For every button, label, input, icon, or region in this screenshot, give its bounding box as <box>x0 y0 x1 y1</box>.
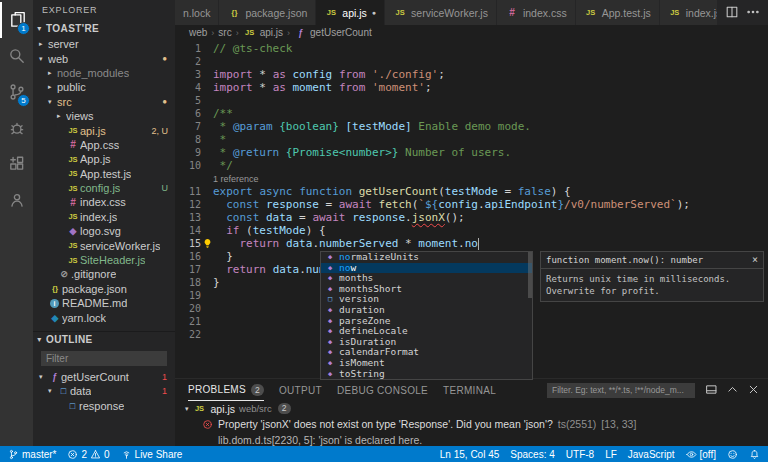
code-line-6[interactable]: 6/** <box>175 107 768 120</box>
breadcrumb-item-getusercount[interactable]: ƒgetUserCount <box>294 27 372 38</box>
suggestion-tostring[interactable]: ◆toString <box>321 369 532 380</box>
symbol-label: response <box>79 400 124 412</box>
tree-item-logo-svg[interactable]: ◆logo.svg <box>33 224 175 238</box>
suggestion-normalizeunits[interactable]: ◆normalizeUnits <box>321 252 532 263</box>
breadcrumb-item-api.js[interactable]: JSapi.js <box>243 27 283 38</box>
code-line-1[interactable]: 1// @ts-check <box>175 42 768 55</box>
tree-item--gitignore[interactable]: ⊘.gitignore <box>33 267 175 281</box>
problems-filter-input[interactable] <box>547 383 695 398</box>
status-indentation[interactable]: Spaces: 4 <box>510 449 554 460</box>
symbol-method-icon: ◆ <box>325 337 335 348</box>
close-icon[interactable]: × <box>752 255 758 265</box>
code-line-4[interactable]: 4import * as moment from 'moment'; <box>175 81 768 94</box>
panel-tab-output[interactable]: OUTPUT <box>279 379 322 401</box>
tree-item-readme-md[interactable]: iREADME.md <box>33 296 175 310</box>
outline-filter-input[interactable] <box>41 351 167 366</box>
outline-item-getusercount[interactable]: ▾ƒgetUserCount1 <box>33 370 175 384</box>
outline-item-data[interactable]: ▾□data1 <box>33 384 175 398</box>
code-line-13[interactable]: 13 const data = await response.jsonX(); <box>175 211 768 224</box>
status-notifications[interactable] <box>749 449 760 460</box>
more-icon[interactable] <box>746 5 760 21</box>
warning-count: 0 <box>104 449 110 460</box>
tree-item-app-css[interactable]: #App.css <box>33 138 175 152</box>
status-cursor-position[interactable]: Ln 15, Col 45 <box>440 449 500 460</box>
codelens-reference[interactable]: 1 reference <box>175 172 768 185</box>
tree-item-public[interactable]: ▸public <box>33 80 175 94</box>
close-panel-icon[interactable] <box>747 383 760 398</box>
tab-app-test-js[interactable]: JSApp.test.js <box>576 0 660 25</box>
code-line-11[interactable]: 11export async function getUserCount(tes… <box>175 185 768 198</box>
tree-item-api-js[interactable]: JSapi.js2, U <box>33 123 175 137</box>
panel-tab-debug-console[interactable]: DEBUG CONSOLE <box>337 379 428 401</box>
tree-item-index-css[interactable]: #index.css <box>33 195 175 209</box>
tree-item-web[interactable]: ▾web● <box>33 51 175 65</box>
status-encoding[interactable]: UTF-8 <box>566 449 594 460</box>
file-label: api.js <box>80 125 106 137</box>
status-feedback[interactable] <box>727 449 738 460</box>
live-share-icon[interactable] <box>0 182 33 218</box>
source-control-icon[interactable]: 5 <box>0 74 33 110</box>
extensions-icon[interactable] <box>0 146 33 182</box>
code-line-15[interactable]: 15 return data.numberServed * moment.no <box>175 237 768 250</box>
tab-package-json[interactable]: {}package.json <box>219 0 316 25</box>
code-line-9[interactable]: 9 * @return {Promise<number>} Number of … <box>175 146 768 159</box>
code-editor[interactable]: 1// @ts-check23import * as config from '… <box>175 40 768 378</box>
tree-item-config-js[interactable]: JSconfig.jsU <box>33 181 175 195</box>
code-line-10[interactable]: 10 */ <box>175 159 768 172</box>
tree-item-src[interactable]: ▾src● <box>33 95 175 109</box>
search-icon[interactable] <box>0 38 33 74</box>
debug-icon[interactable] <box>0 110 33 146</box>
problems-file-row[interactable]: ▾JSapi.jsweb/src2 <box>175 401 768 416</box>
tab-index-js[interactable]: JSindex.js <box>660 0 717 25</box>
outline-section-header[interactable]: ▾ OUTLINE <box>33 331 175 348</box>
tree-item-server[interactable]: ▸server <box>33 37 175 51</box>
code-line-3[interactable]: 3import * as config from './config'; <box>175 68 768 81</box>
tree-item-node-modules[interactable]: ▸node_modules <box>33 66 175 80</box>
status-problems[interactable]: 20 <box>67 449 109 460</box>
tree-item-app-test-js[interactable]: JSApp.test.js <box>33 167 175 181</box>
tree-item-siteheader-js[interactable]: JSSiteHeader.js <box>33 253 175 267</box>
breadcrumb-item-src[interactable]: src <box>218 27 231 38</box>
code-line-5[interactable]: 5 <box>175 94 768 107</box>
problem-related-row[interactable]: lib.dom.d.ts[2230, 5]: 'json' is declare… <box>175 432 768 447</box>
code-line-14[interactable]: 14 if (testMode) { <box>175 224 768 237</box>
tab-n-lock[interactable]: n.lock <box>175 0 219 25</box>
warning-icon <box>90 449 101 460</box>
status-language[interactable]: JavaScript <box>628 449 675 460</box>
suggestion-ismoment[interactable]: ◆isMoment <box>321 358 532 369</box>
collapse-panel-icon[interactable] <box>726 383 739 398</box>
breadcrumb-item-web[interactable]: web <box>189 27 207 38</box>
line-number: 20 <box>175 302 201 315</box>
tree-item-views[interactable]: ▸views <box>33 109 175 123</box>
code-line-8[interactable]: 8 * <box>175 133 768 146</box>
status-live-share[interactable]: Live Share <box>121 449 183 460</box>
sidebar-title: EXPLORER <box>33 0 175 20</box>
tab-label: api.js <box>342 7 367 19</box>
tab-serviceworker-js[interactable]: JSserviceWorker.js <box>385 0 497 25</box>
panel-layout-icon[interactable] <box>705 383 718 398</box>
code-line-7[interactable]: 7 * @param {boolean} [testMode] Enable d… <box>175 120 768 133</box>
status-screencast[interactable]: [off] <box>686 449 717 460</box>
tree-item-package-json[interactable]: {}package.json <box>33 282 175 296</box>
tree-item-yarn-lock[interactable]: ◆yarn.lock <box>33 310 175 324</box>
explorer-icon[interactable]: 1 <box>0 2 33 38</box>
lightbulb-icon[interactable] <box>202 238 213 249</box>
problem-row[interactable]: Property 'jsonX' does not exist on type … <box>175 416 768 432</box>
tab-api-js[interactable]: JSapi.js● <box>316 0 385 25</box>
file-label: App.test.js <box>80 168 131 180</box>
scrollbar[interactable] <box>528 252 532 298</box>
split-editor-icon[interactable] <box>725 5 739 21</box>
tree-item-serviceworker-js[interactable]: JSserviceWorker.js <box>33 238 175 252</box>
suggestion-duration[interactable]: ◆duration <box>321 305 532 316</box>
status-eol[interactable]: LF <box>605 449 617 460</box>
code-line-2[interactable]: 2 <box>175 55 768 68</box>
outline-item-response[interactable]: □response <box>33 399 175 413</box>
tree-item-index-js[interactable]: JSindex.js <box>33 210 175 224</box>
code-line-12[interactable]: 12 const response = await fetch(`${confi… <box>175 198 768 211</box>
workspace-section-header[interactable]: ▾ TOAST'RE <box>33 20 175 37</box>
tab-index-css[interactable]: #index.css <box>497 0 576 25</box>
status-git-branch[interactable]: master* <box>8 449 56 460</box>
panel-tab-terminal[interactable]: TERMINAL <box>443 379 496 401</box>
panel-tab-problems[interactable]: PROBLEMS2 <box>188 379 264 401</box>
tree-item-app-js[interactable]: JSApp.js <box>33 152 175 166</box>
